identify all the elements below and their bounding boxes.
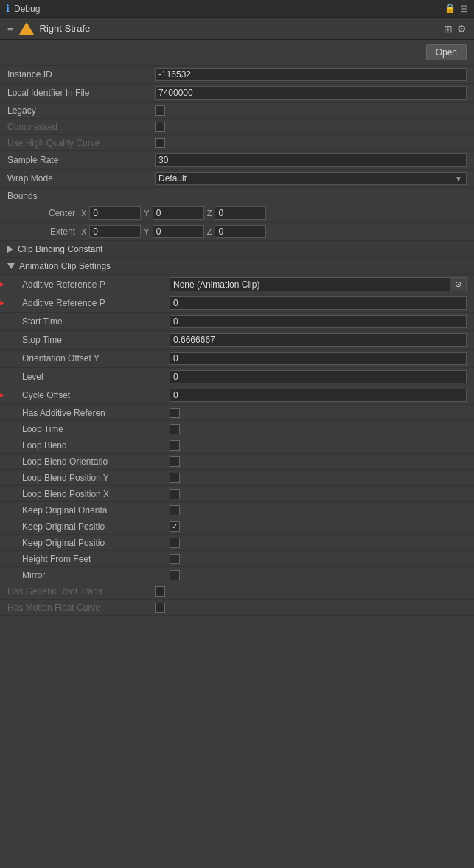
sample-rate-input[interactable]	[155, 153, 467, 167]
adjust-icon[interactable]: ⊞	[444, 23, 453, 35]
center-x-input[interactable]	[89, 206, 141, 220]
anim-clip-settings-label: Animation Clip Settings	[19, 261, 111, 271]
wrap-mode-select[interactable]: Default Once Loop PingPong ClampForever	[155, 172, 467, 185]
open-button-row: Open	[0, 40, 474, 66]
start-time-label: Start Time	[22, 316, 170, 327]
loop-blend-orientation-checkbox[interactable]	[170, 456, 180, 467]
lock-icon[interactable]: 🔒	[445, 3, 456, 14]
local-identifier-label: Local Identfier In File	[7, 88, 155, 98]
keep-original-position-y-checkbox[interactable]	[170, 521, 180, 532]
height-from-feet-row: Height From Feet	[0, 551, 474, 567]
orientation-offset-y-label: Orientation Offset Y	[22, 353, 170, 364]
level-input[interactable]	[170, 370, 467, 383]
animation-icon	[19, 22, 34, 35]
settings-icon[interactable]: ⚙	[457, 23, 467, 35]
legacy-checkbox[interactable]	[155, 105, 165, 116]
additive-ref-p1-none-select: None (Animation Clip) ⊙	[170, 277, 467, 291]
has-motion-float-curve-checkbox[interactable]	[155, 603, 165, 613]
orientation-offset-y-row: Orientation Offset Y	[0, 350, 474, 368]
loop-blend-position-y-label: Loop Blend Position Y	[22, 473, 170, 483]
additive-ref-p2-label: Additive Reference P	[22, 298, 170, 308]
open-button[interactable]: Open	[426, 44, 467, 60]
loop-time-row: Loop Time	[0, 421, 474, 437]
instance-id-label: Instance ID	[7, 69, 155, 80]
mirror-checkbox[interactable]	[170, 570, 180, 580]
compressed-label: Compressed	[7, 122, 155, 132]
compressed-checkbox[interactable]	[155, 122, 165, 132]
loop-blend-checkbox[interactable]	[170, 440, 180, 451]
keep-original-orientation-row: Keep Original Orienta	[0, 502, 474, 518]
start-time-input[interactable]	[170, 315, 467, 328]
extent-z-input[interactable]	[215, 225, 266, 238]
extent-x-label: X	[81, 227, 86, 236]
stop-time-input[interactable]	[170, 333, 467, 347]
center-y-input[interactable]	[153, 206, 204, 220]
wrap-mode-row: Wrap Mode Default Once Loop PingPong Cla…	[0, 170, 474, 188]
additive-ref-p2-row: Additive Reference P	[0, 294, 474, 313]
title-bar-label: Debug	[14, 4, 40, 14]
loop-time-checkbox[interactable]	[170, 424, 180, 434]
height-from-feet-checkbox[interactable]	[170, 554, 180, 564]
center-z-input[interactable]	[215, 206, 266, 220]
grid-icon[interactable]: ⊞	[460, 3, 468, 14]
orientation-offset-y-input[interactable]	[170, 352, 467, 365]
additive-ref-p2-input[interactable]	[170, 296, 467, 310]
has-additive-ref-checkbox[interactable]	[170, 408, 180, 418]
wrap-mode-label: Wrap Mode	[7, 173, 155, 184]
center-row: Center X Y Z	[0, 204, 474, 223]
instance-id-input[interactable]	[155, 68, 467, 81]
loop-blend-position-x-checkbox[interactable]	[170, 489, 180, 499]
header-title: Right Strafe	[40, 23, 91, 34]
red-arrow-1	[0, 279, 4, 291]
title-bar: ℹ Debug 🔒 ⊞	[0, 0, 474, 18]
red-arrow-2	[0, 297, 4, 309]
header-bar: ≡ Right Strafe ⊞ ⚙	[0, 18, 474, 40]
extent-row: Extent X Y Z	[0, 223, 474, 241]
additive-ref-p1-picker-btn[interactable]: ⊙	[450, 278, 466, 291]
cycle-offset-input[interactable]	[170, 389, 467, 402]
has-additive-ref-label: Has Additive Referen	[22, 408, 170, 418]
cycle-offset-label: Cycle Offset	[22, 390, 170, 400]
loop-blend-position-y-checkbox[interactable]	[170, 473, 180, 483]
local-identifier-input[interactable]	[155, 86, 467, 100]
keep-original-position-x-checkbox[interactable]	[170, 538, 180, 548]
clip-binding-label: Clip Binding Constant	[18, 244, 102, 254]
extent-x-input[interactable]	[89, 225, 141, 238]
legacy-row: Legacy	[0, 103, 474, 119]
loop-blend-position-x-label: Loop Blend Position X	[22, 489, 170, 499]
local-identifier-row: Local Identfier In File	[0, 84, 474, 103]
keep-original-position-y-label: Keep Original Positio	[22, 521, 170, 532]
extent-y-label: Y	[144, 227, 149, 236]
loop-blend-row: Loop Blend	[0, 437, 474, 454]
use-high-quality-curve-checkbox[interactable]	[155, 138, 165, 148]
keep-original-orientation-checkbox[interactable]	[170, 505, 180, 515]
loop-blend-label: Loop Blend	[22, 440, 170, 451]
clip-binding-constant-header[interactable]: Clip Binding Constant	[0, 241, 474, 258]
cycle-offset-row: Cycle Offset	[0, 386, 474, 405]
legacy-label: Legacy	[7, 105, 155, 116]
has-generic-root-trans-label: Has Generic Root Trans	[7, 586, 155, 597]
level-label: Level	[22, 372, 170, 382]
has-generic-root-trans-row: Has Generic Root Trans	[0, 583, 474, 600]
has-motion-float-curve-label: Has Motion Float Curve	[7, 603, 155, 613]
bounds-row: Bounds	[0, 188, 474, 204]
extent-y-input[interactable]	[153, 225, 204, 238]
use-high-quality-curve-row: Use High Quality Curve	[0, 135, 474, 151]
hamburger-icon[interactable]: ≡	[7, 23, 13, 34]
has-additive-ref-row: Has Additive Referen	[0, 405, 474, 421]
info-icon: ℹ	[6, 3, 10, 14]
keep-original-position-x-row: Keep Original Positio	[0, 535, 474, 551]
center-y-label: Y	[144, 209, 149, 218]
keep-original-position-x-label: Keep Original Positio	[22, 538, 170, 548]
keep-original-position-y-row: Keep Original Positio	[0, 518, 474, 535]
additive-ref-p1-value: None (Animation Clip)	[170, 279, 450, 291]
has-generic-root-trans-checkbox[interactable]	[155, 586, 165, 597]
center-x-label: X	[81, 209, 86, 218]
loop-time-label: Loop Time	[22, 424, 170, 434]
loop-blend-position-x-row: Loop Blend Position X	[0, 486, 474, 502]
stop-time-label: Stop Time	[22, 335, 170, 345]
anim-clip-settings-header[interactable]: Animation Clip Settings	[0, 258, 474, 275]
start-time-row: Start Time	[0, 313, 474, 331]
additive-ref-p1-row: Additive Reference P None (Animation Cli…	[0, 275, 474, 294]
sample-rate-label: Sample Rate	[7, 155, 155, 165]
